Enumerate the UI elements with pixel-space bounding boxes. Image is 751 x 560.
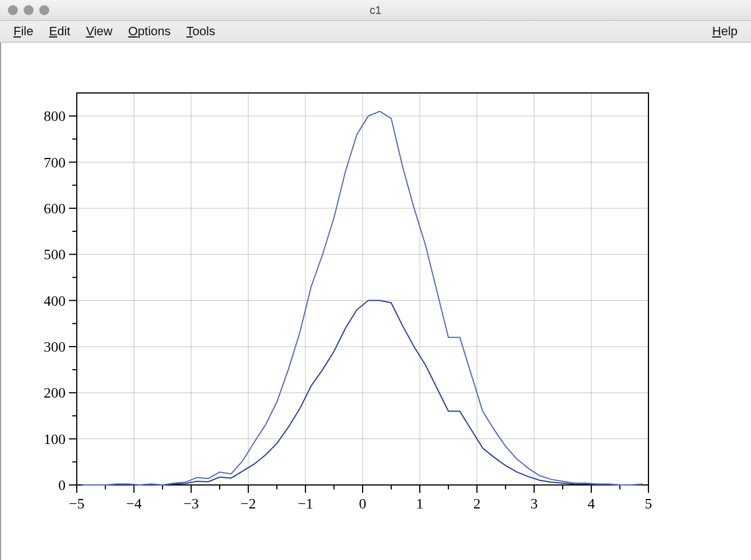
menu-file-rest: ile bbox=[21, 24, 33, 38]
y-tick-label: 400 bbox=[44, 293, 66, 309]
x-tick-label: 1 bbox=[416, 496, 424, 512]
y-tick-label: 800 bbox=[44, 108, 66, 124]
y-tick-label: 500 bbox=[44, 246, 66, 263]
y-axis: 0100200300400500600700800 bbox=[44, 108, 77, 493]
x-tick-label: −5 bbox=[69, 496, 85, 512]
y-tick-label: 0 bbox=[58, 477, 66, 493]
x-tick-label: 2 bbox=[474, 496, 481, 512]
menu-help[interactable]: Help bbox=[704, 22, 745, 41]
zoom-icon[interactable] bbox=[39, 5, 49, 15]
x-tick-label: 3 bbox=[531, 496, 538, 512]
menubar: File Edit View Options Tools Help bbox=[0, 21, 751, 43]
menu-options-rest: ptions bbox=[138, 24, 171, 38]
x-axis: −5−4−3−2−1012345 bbox=[69, 485, 652, 512]
menu-edit-rest: dit bbox=[57, 24, 70, 38]
menu-edit-underline: E bbox=[49, 24, 57, 38]
window-title: c1 bbox=[0, 4, 751, 17]
menu-tools-underline: T bbox=[187, 24, 193, 38]
menu-edit[interactable]: Edit bbox=[41, 22, 78, 41]
y-tick-label: 700 bbox=[44, 155, 66, 171]
menu-help-underline: H bbox=[712, 24, 721, 38]
x-tick-label: −1 bbox=[298, 496, 313, 512]
menu-options[interactable]: Options bbox=[120, 22, 179, 41]
grid bbox=[77, 93, 648, 485]
y-tick-label: 300 bbox=[44, 339, 66, 355]
canvas[interactable]: −5−4−3−2−1012345010020030040050060070080… bbox=[0, 43, 751, 560]
menu-help-rest: elp bbox=[721, 24, 738, 38]
chart-svg: −5−4−3−2−1012345010020030040050060070080… bbox=[1, 43, 751, 560]
menu-view-underline: V bbox=[86, 24, 94, 38]
menu-view-rest: iew bbox=[94, 24, 113, 38]
titlebar: c1 bbox=[0, 0, 751, 21]
close-icon[interactable] bbox=[8, 5, 18, 15]
window-controls bbox=[0, 5, 49, 15]
x-tick-label: −4 bbox=[126, 496, 142, 512]
y-tick-label: 100 bbox=[44, 431, 66, 447]
x-tick-label: 0 bbox=[359, 496, 367, 512]
x-tick-label: −2 bbox=[240, 496, 256, 512]
minimize-icon[interactable] bbox=[24, 5, 34, 15]
menu-view[interactable]: View bbox=[78, 22, 120, 41]
x-tick-label: 5 bbox=[645, 496, 652, 512]
menu-tools-rest: ools bbox=[193, 24, 215, 38]
x-tick-label: 4 bbox=[588, 496, 595, 512]
x-tick-label: −3 bbox=[183, 496, 199, 512]
y-tick-label: 600 bbox=[44, 200, 66, 217]
menu-tools[interactable]: Tools bbox=[179, 22, 223, 41]
menu-file[interactable]: File bbox=[6, 22, 41, 41]
y-tick-label: 200 bbox=[44, 385, 66, 401]
menu-options-underline: O bbox=[128, 24, 138, 38]
menu-file-underline: F bbox=[13, 24, 21, 38]
